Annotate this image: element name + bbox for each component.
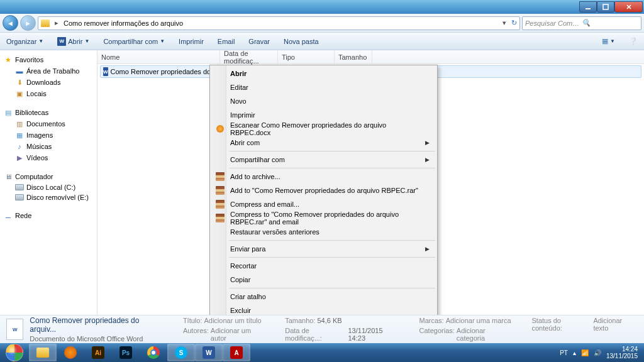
removable-drive-icon — [15, 194, 24, 200]
details-status-field[interactable]: Adicionar texto — [593, 317, 638, 332]
refresh-icon[interactable]: ↻ — [511, 19, 517, 27]
windows-orb-icon — [6, 344, 23, 361]
ctx-copy[interactable]: Copiar — [211, 273, 436, 287]
details-authors-field[interactable]: Adicionar um autor — [211, 327, 266, 342]
scan-icon — [216, 125, 224, 133]
details-title-field[interactable]: Adicionar um título — [204, 317, 261, 324]
sidebar-favorites[interactable]: ★Favoritos — [0, 54, 97, 65]
taskbar-skype[interactable]: S — [167, 344, 195, 361]
close-button[interactable] — [614, 1, 643, 13]
nav-back-button[interactable]: ◄ — [3, 15, 18, 31]
start-button[interactable] — [0, 343, 29, 362]
music-icon: ♪ — [15, 142, 24, 151]
open-button[interactable]: WAbrir▼ — [55, 36, 92, 47]
details-subtitle: Documento do Microsoft Office Word — [30, 335, 164, 343]
column-size[interactable]: Tamanho — [335, 50, 372, 63]
chevron-down-icon[interactable]: ▾ — [500, 19, 509, 27]
ctx-cut[interactable]: Recortar — [211, 259, 436, 273]
context-menu: Abrir Editar Novo Imprimir Escanear Como… — [209, 65, 438, 315]
tray-wifi-icon[interactable]: 📶 — [581, 349, 589, 356]
ctx-compress-to[interactable]: Compress to "Como Remover propriedades d… — [211, 211, 436, 225]
print-button[interactable]: Imprimir — [176, 36, 206, 47]
column-date[interactable]: Data de modificaç... — [220, 50, 278, 63]
tray-show-hidden-icon[interactable]: ▴ — [573, 349, 576, 356]
tray-volume-icon[interactable]: 🔊 — [594, 349, 601, 356]
help-button[interactable]: ❔ — [626, 36, 640, 47]
chrome-icon — [147, 346, 160, 359]
column-type[interactable]: Tipo — [278, 50, 335, 63]
minimize-button[interactable] — [579, 1, 597, 13]
ctx-add-archive[interactable]: Add to archive... — [211, 170, 436, 184]
sidebar-item-music[interactable]: ♪Músicas — [0, 141, 97, 152]
sidebar-item-documents[interactable]: ▥Documentos — [0, 118, 97, 129]
ctx-add-to-rar[interactable]: Add to "Como Remover propriedades do arq… — [211, 184, 436, 197]
sidebar-item-drive-c[interactable]: Disco Local (C:) — [0, 182, 97, 192]
organize-button[interactable]: Organizar▼ — [4, 36, 46, 47]
maximize-button[interactable] — [597, 1, 614, 13]
sidebar-network[interactable]: ⚊Rede — [0, 210, 97, 221]
ctx-print[interactable]: Imprimir — [211, 108, 436, 122]
videos-icon: ▶ — [15, 153, 24, 162]
search-input[interactable]: Pesquisar Como remover informações ... 🔍 — [522, 16, 641, 30]
sidebar-libraries[interactable]: ▤Bibliotecas — [0, 107, 97, 118]
taskbar-media-player[interactable] — [57, 344, 84, 361]
ctx-edit[interactable]: Editar — [211, 80, 436, 94]
taskbar-photoshop[interactable]: Ps — [112, 344, 140, 361]
ctx-open[interactable]: Abrir — [211, 67, 436, 80]
taskbar-word[interactable]: W — [195, 344, 223, 361]
sidebar-item-drive-e[interactable]: Disco removível (E:) — [0, 192, 97, 202]
sidebar-item-videos[interactable]: ▶Vídeos — [0, 152, 97, 163]
tray-language[interactable]: PT — [560, 349, 568, 356]
column-name[interactable]: Nome — [97, 50, 220, 63]
details-categories-field[interactable]: Adicionar categoria — [457, 327, 513, 342]
ctx-open-with[interactable]: Abrir com▶ — [211, 136, 436, 150]
details-size: 54,6 KB — [318, 317, 342, 324]
taskbar-adobe-reader[interactable]: A — [223, 344, 250, 361]
sidebar-item-downloads[interactable]: ⬇Downloads — [0, 77, 97, 88]
details-title: Como Remover propriedades do arquiv... — [30, 316, 164, 334]
ctx-compress-email[interactable]: Compress and email... — [211, 197, 436, 211]
photoshop-icon: Ps — [119, 346, 132, 359]
address-bar[interactable]: ▸ Como remover informações do arquivo ▾ … — [38, 16, 520, 30]
sidebar-item-pictures[interactable]: ▦Imagens — [0, 129, 97, 141]
taskbar: Ai Ps S W A PT ▴ 📶 🔊 14:24 13/11/2015 — [0, 343, 644, 362]
ctx-scan[interactable]: Escanear Como Remover propriedades do ar… — [211, 122, 436, 136]
column-headers: Nome Data de modificaç... Tipo Tamanho — [97, 50, 644, 64]
burn-button[interactable]: Gravar — [246, 36, 272, 47]
word-icon: W — [57, 37, 66, 46]
new-folder-button[interactable]: Nova pasta — [281, 36, 321, 47]
drive-icon — [15, 184, 24, 190]
navigation-pane: ★Favoritos ▬Área de Trabalho ⬇Downloads … — [0, 50, 97, 315]
sidebar-item-desktop[interactable]: ▬Área de Trabalho — [0, 65, 97, 77]
ctx-new[interactable]: Novo — [211, 94, 436, 108]
details-date: 13/11/2015 14:23 — [348, 327, 400, 342]
sidebar-item-places[interactable]: ▣Locais — [0, 88, 97, 99]
pictures-icon: ▦ — [15, 131, 24, 140]
documents-icon: ▥ — [15, 119, 24, 128]
media-player-icon — [64, 346, 77, 359]
separator — [229, 257, 435, 258]
rar-icon — [216, 186, 225, 195]
network-icon: ⚊ — [4, 211, 13, 220]
taskbar-illustrator[interactable]: Ai — [84, 344, 112, 361]
ctx-send-to[interactable]: Enviar para▶ — [211, 242, 436, 256]
email-button[interactable]: Email — [215, 36, 238, 47]
nav-forward-button[interactable]: ► — [20, 15, 36, 31]
sidebar-computer[interactable]: 🖥Computador — [0, 171, 97, 182]
desktop-icon: ▬ — [15, 67, 24, 75]
ctx-restore[interactable]: Restaurar versões anteriores — [211, 225, 436, 239]
taskbar-explorer[interactable] — [29, 344, 57, 361]
taskbar-chrome[interactable] — [140, 344, 167, 361]
window-titlebar — [0, 0, 644, 14]
ctx-shortcut[interactable]: Criar atalho — [211, 290, 436, 304]
downloads-icon: ⬇ — [15, 78, 24, 87]
svg-rect-0 — [586, 8, 591, 9]
ctx-delete[interactable]: Excluir — [211, 304, 436, 315]
command-toolbar: Organizar▼ WAbrir▼ Compartilhar com▼ Imp… — [0, 33, 644, 50]
view-button[interactable]: ▦ ▼ — [599, 36, 618, 47]
share-button[interactable]: Compartilhar com▼ — [101, 36, 167, 47]
details-tags-field[interactable]: Adicionar uma marca — [446, 317, 511, 324]
folder-icon — [36, 348, 49, 358]
ctx-share-with[interactable]: Compartilhar com▶ — [211, 153, 436, 167]
tray-clock[interactable]: 14:24 13/11/2015 — [606, 346, 638, 359]
